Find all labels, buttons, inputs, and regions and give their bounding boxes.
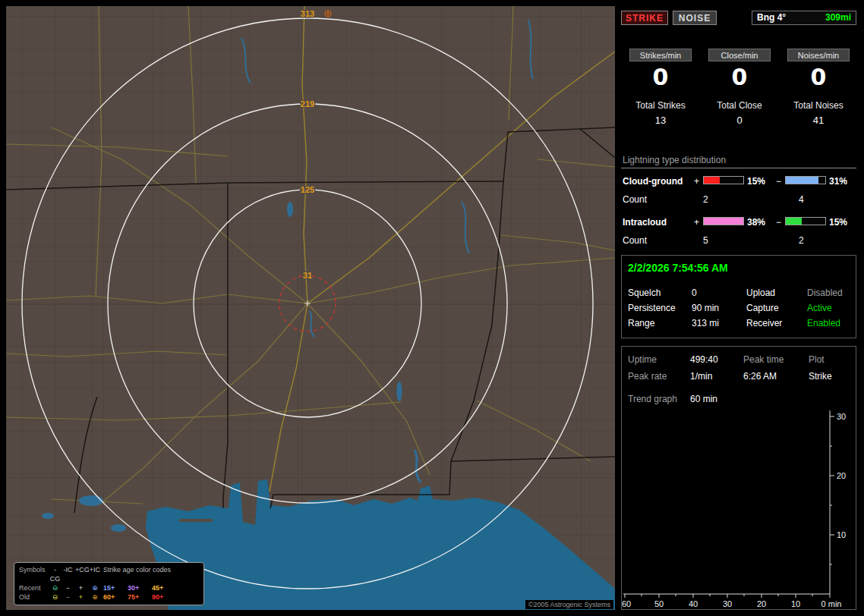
trend-graph-value: 60 min [690, 394, 717, 404]
ic-minus-bar [785, 217, 826, 225]
intracloud-count-row: Count 5 2 [621, 235, 858, 246]
receiver-status: Enabled [807, 318, 840, 328]
plot-label: Plot [809, 354, 825, 365]
range-label-125: 125 [301, 185, 314, 194]
info-row-2: Peak rate 1/min 6:26 AM Strike [622, 371, 856, 383]
range-label-31: 31 [303, 271, 312, 280]
pos-ic-old-icon: ⊕ [88, 592, 102, 602]
age-60: 60+ [103, 592, 126, 602]
intracloud-label: Intracloud [623, 217, 667, 228]
lightning-map[interactable]: 313 219 125 31 Symbols -CG -IC +CG +IC S… [6, 6, 615, 610]
trend-graph-label: Trend graph [628, 394, 677, 404]
persistence-value: 90 min [692, 303, 719, 313]
info-panel: Uptime 499:40 Peak time Plot Peak rate 1… [621, 346, 856, 610]
trend-x-tick-50: 50 [654, 599, 664, 608]
distribution-title: Lightning type distribution [623, 155, 726, 165]
total-noises-value: 41 [779, 115, 858, 126]
plus-sign: + [694, 176, 699, 187]
intracloud-row: Intracloud + 38% − 15% [621, 217, 858, 228]
ic-plus-bar [703, 217, 744, 225]
age-15: 15+ [103, 583, 126, 592]
strikes-column-header: Strikes/min [621, 49, 700, 61]
ic-minus-count: 2 [799, 235, 804, 246]
total-noises-label: Total Noises [779, 100, 858, 111]
cloud-ground-row: Cloud-ground + 15% − 31% [621, 176, 858, 187]
trend-y-tick-10: 10 [837, 530, 846, 539]
count-label: Count [623, 235, 647, 246]
noise-marker-icon [325, 11, 331, 17]
strikes-per-min-button[interactable]: Strikes/min [629, 49, 692, 61]
uptime-value: 499:40 [690, 354, 718, 365]
total-close-label: Total Close [700, 100, 779, 111]
peak-time-value: 6:26 AM [743, 371, 777, 382]
trend-x-tick-20: 20 [757, 599, 766, 608]
trend-chart: 30 20 10 60 50 40 30 20 10 0 min [622, 407, 856, 609]
trend-x-tick-30: 30 [723, 599, 732, 608]
minus-sign: − [776, 176, 781, 187]
cg-minus-pct: 31% [829, 176, 847, 187]
cg-plus-bar [703, 176, 744, 184]
strike-toggle-button[interactable]: STRIKE [621, 11, 668, 25]
info-row-1: Uptime 499:40 Peak time Plot [622, 354, 856, 366]
datetime-display: 2/2/2026 7:54:56 AM [628, 262, 728, 274]
legend-col-neg-cg: -CG [49, 565, 61, 583]
trend-y-tick-30: 30 [837, 412, 846, 421]
bearing-label: Bng 4° [757, 11, 786, 24]
pos-cg-recent-icon: + [75, 583, 87, 592]
uptime-label: Uptime [628, 354, 657, 365]
status-row-persistence: Persistence 90 min Capture Active [622, 303, 856, 315]
upload-label: Upload [746, 288, 775, 298]
map-canvas: 313 219 125 31 [6, 6, 615, 610]
trend-x-tick-60: 60 [622, 599, 631, 608]
close-per-min-value: 0 [700, 64, 779, 90]
ic-plus-pct: 38% [747, 217, 765, 228]
total-strikes-value: 13 [621, 115, 700, 126]
range-label-313: 313 [301, 9, 314, 18]
total-close-value: 0 [700, 115, 779, 126]
squelch-label: Squelch [628, 288, 661, 298]
pos-cg-old-icon: + [75, 592, 87, 602]
cg-plus-pct: 15% [747, 176, 765, 187]
total-strikes-label: Total Strikes [621, 100, 700, 111]
copyright-text: ©2005 Astrogenic Systems [525, 600, 613, 609]
minus-sign: − [776, 217, 781, 228]
pos-ic-recent-icon: ⊕ [88, 583, 102, 592]
neg-cg-old-icon: ⊖ [49, 592, 61, 602]
trend-y-tick-20: 20 [837, 471, 846, 480]
noises-per-min-value: 0 [779, 64, 858, 90]
cg-minus-count: 4 [799, 194, 804, 205]
bearing-value: 309mi [825, 11, 851, 24]
noises-per-min-button[interactable]: Noises/min [787, 49, 850, 61]
status-row-squelch: Squelch 0 Upload Disabled [622, 288, 856, 300]
upload-status: Disabled [807, 288, 843, 298]
age-75: 75+ [128, 592, 150, 602]
strikes-per-min-value: 0 [621, 64, 700, 90]
neg-ic-old-icon: − [62, 592, 74, 602]
neg-ic-recent-icon: − [62, 583, 74, 592]
age-90: 90+ [152, 592, 176, 602]
trend-x-tick-0: 0 min [821, 599, 842, 608]
cg-plus-count: 2 [703, 194, 708, 205]
noise-toggle-button[interactable]: NOISE [673, 11, 717, 25]
legend-col-neg-ic: -IC [62, 565, 74, 583]
persistence-label: Persistence [628, 303, 676, 313]
squelch-value: 0 [692, 288, 697, 298]
trend-x-tick-10: 10 [791, 599, 800, 608]
neg-cg-recent-icon: ⊖ [49, 583, 61, 592]
peak-time-label: Peak time [743, 354, 784, 365]
bearing-readout: Bng 4° 309mi [752, 11, 856, 25]
cg-minus-bar [785, 176, 826, 184]
status-panel: 2/2/2026 7:54:56 AM Squelch 0 Upload Dis… [621, 255, 856, 338]
cloud-ground-label: Cloud-ground [623, 176, 683, 187]
capture-label: Capture [746, 303, 779, 313]
range-value: 313 mi [692, 318, 719, 328]
close-per-min-button[interactable]: Close/min [708, 49, 771, 61]
close-column-header: Close/min [700, 49, 779, 61]
distribution-divider [621, 168, 856, 168]
legend-old-label: Old [19, 592, 48, 602]
map-legend: Symbols -CG -IC +CG +IC Strike age color… [14, 562, 204, 605]
info-row-3: Trend graph 60 min [622, 394, 856, 406]
legend-recent-label: Recent [19, 583, 48, 592]
age-45: 45+ [152, 583, 176, 592]
status-row-range: Range 313 mi Receiver Enabled [622, 318, 856, 330]
